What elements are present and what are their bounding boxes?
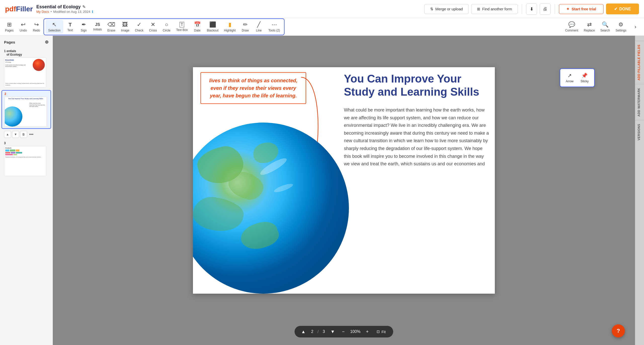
find-form-label: Find another form	[482, 7, 512, 11]
toolbar-circle[interactable]: ○ Circle	[160, 20, 173, 34]
toolbar-initials[interactable]: JS Initials	[91, 21, 104, 33]
page-up-button[interactable]: ▲	[4, 131, 11, 138]
toolbar-undo[interactable]: ↩ Undo	[17, 20, 29, 34]
title-line1: You Can Improve Your	[344, 72, 490, 86]
toolbar-collapse[interactable]: ›	[629, 22, 641, 32]
page-separator: /	[317, 329, 319, 334]
toolbar-right: 💬 Comment ⇄ Replace 🔍 Search ⚙ Settings …	[563, 20, 641, 34]
toolbar-erase[interactable]: ⌫ Erase	[105, 20, 118, 34]
doc-title-text: Essential of Ecology	[36, 4, 80, 10]
header: pdfFiller Essential of Ecology ✎ My Docs…	[0, 0, 644, 18]
merge-upload-label: Merge or upload	[435, 7, 463, 11]
page-title: You Can Improve Your Study and Learning …	[344, 72, 490, 99]
toolbar-blackout[interactable]: ⬛ Blackout	[204, 20, 221, 34]
toolbar-date[interactable]: 📅 Date	[191, 20, 204, 34]
tool-sticky[interactable]: 📌 Sticky	[578, 71, 591, 85]
trial-icon: ✦	[566, 7, 570, 11]
merge-upload-button[interactable]: ⇅ Merge or upload	[424, 4, 469, 14]
line-label: Line	[256, 29, 262, 32]
zoom-fit-button[interactable]: ⊡ Fit	[374, 328, 388, 335]
header-divider-2	[555, 4, 555, 14]
sticky-icon: 📌	[581, 72, 588, 79]
blackout-icon: ⬛	[209, 21, 216, 28]
zoom-out-button[interactable]: −	[340, 329, 346, 335]
page-2-controls: ▲ ▼ 🗑 •••	[2, 130, 51, 139]
page-thumb-3[interactable]: 3 Analysis	[2, 140, 51, 178]
toolbar-main-group: ↖ Selection T Text ✒ Sign JS Initials ⌫ …	[44, 18, 285, 35]
done-checkmark: ✔	[614, 7, 617, 11]
toolbar-comment[interactable]: 💬 Comment	[563, 20, 581, 34]
toolbar-replace[interactable]: ⇄ Replace	[581, 20, 597, 34]
toolbar-textbox[interactable]: T Text Box	[174, 20, 190, 33]
add-page-icon[interactable]: ⊕	[45, 39, 49, 45]
toolbar-search[interactable]: 🔍 Search	[598, 20, 613, 34]
page-thumb-1[interactable]: 1 entials of Ecology Essentials of Ecolo…	[2, 48, 51, 89]
tools-icon: ⋯	[271, 21, 277, 28]
logo-pdf: pdf	[5, 5, 16, 13]
tools-label: Tools (2)	[268, 29, 280, 32]
toolbar-sign[interactable]: ✒ Sign	[77, 20, 90, 34]
page-thumb-img-2: You Can Improve Your Study and Learning …	[5, 97, 47, 127]
page-prev-button[interactable]: ▲	[300, 329, 307, 335]
textbox-label: Text Box	[176, 28, 188, 32]
right-tab-versions[interactable]: VERSIONS	[635, 120, 644, 144]
toolbar-highlight[interactable]: ▮ Highlight	[221, 20, 238, 34]
merge-upload-icon: ⇅	[430, 7, 433, 11]
done-button[interactable]: ✔ DONE	[606, 4, 639, 14]
header-divider-1	[522, 4, 522, 14]
total-pages: 3	[323, 329, 325, 334]
done-label: DONE	[619, 7, 631, 11]
toolbar-selection[interactable]: ↖ Selection	[46, 20, 63, 34]
find-form-button[interactable]: ⊞ Find another form	[471, 4, 518, 14]
toolbar-text[interactable]: T Text	[64, 20, 77, 33]
modified-text: Modified on Aug 13, 2024	[53, 10, 90, 14]
toolbar-tools[interactable]: ⋯ Tools (2)	[266, 20, 283, 34]
toolbar-draw[interactable]: ✏ Draw	[239, 20, 252, 34]
info-icon[interactable]: ℹ	[92, 10, 93, 14]
page-down-button[interactable]: ▼	[12, 131, 19, 138]
toolbar-redo[interactable]: ↪ Redo	[30, 20, 43, 34]
toolbar: ⊞ Pages ↩ Undo ↪ Redo ↖ Selection T Text…	[0, 18, 644, 36]
header-actions: ⇅ Merge or upload ⊞ Find another form ⬇ …	[424, 4, 639, 15]
page-num-1: 1 entials of Ecology	[4, 49, 49, 56]
content-area: lives to think of things as connected, e…	[53, 36, 635, 345]
draw-icon: ✏	[243, 21, 248, 28]
toolbar-cross[interactable]: ✕ Cross	[146, 20, 159, 34]
pages-title: Pages	[4, 40, 15, 44]
zoom-in-button[interactable]: +	[365, 329, 370, 335]
current-page: 2	[311, 329, 313, 334]
toolbar-settings[interactable]: ⚙ Settings	[613, 20, 629, 34]
meta-separator: •	[51, 10, 52, 14]
print-icon: 🖨	[543, 6, 547, 12]
tool-arrow[interactable]: ↗ Arrow	[563, 71, 576, 85]
right-tab-fillable[interactable]: ADD FILLABLE FIELDS	[635, 41, 644, 84]
initials-icon: JS	[95, 22, 100, 27]
settings-label: Settings	[616, 29, 626, 32]
page-thumb-2[interactable]: 2 You Can Improve Your Study and Learnin…	[2, 90, 51, 129]
title-line2: Study and Learning Skills	[344, 85, 490, 99]
download-button[interactable]: ⬇	[526, 4, 537, 15]
start-trial-button[interactable]: ✦ Start free trial	[559, 4, 603, 14]
right-sidebar: ADD FILLABLE FIELDS ADD WATERMARK VERSIO…	[635, 36, 644, 345]
undo-icon: ↩	[21, 21, 25, 28]
print-button[interactable]: 🖨	[540, 4, 551, 15]
my-docs-link[interactable]: My Docs	[36, 10, 49, 14]
page-num-3: 3	[4, 141, 49, 145]
toolbar-image[interactable]: 🖼 Image	[118, 20, 132, 34]
page-next-button[interactable]: ▼	[329, 329, 337, 335]
page-delete-button[interactable]: 🗑	[20, 131, 27, 138]
right-tab-watermark[interactable]: ADD WATERMARK	[635, 84, 644, 120]
replace-label: Replace	[584, 29, 595, 32]
annotation-box[interactable]: lives to think of things as connected, e…	[200, 72, 306, 104]
check-label: Check	[135, 29, 143, 32]
toolbar-line[interactable]: ╱ Line	[252, 20, 265, 34]
image-icon: 🖼	[122, 21, 128, 28]
page-more-button[interactable]: •••	[28, 132, 34, 137]
toolbar-pages[interactable]: ⊞ Pages	[3, 20, 16, 34]
edit-icon[interactable]: ✎	[82, 5, 86, 9]
date-icon: 📅	[194, 21, 201, 28]
settings-icon: ⚙	[618, 21, 623, 28]
help-button[interactable]: ?	[612, 324, 625, 337]
logo-area: pdfFiller Essential of Ecology ✎ My Docs…	[5, 4, 93, 14]
toolbar-check[interactable]: ✓ Check	[132, 20, 146, 34]
